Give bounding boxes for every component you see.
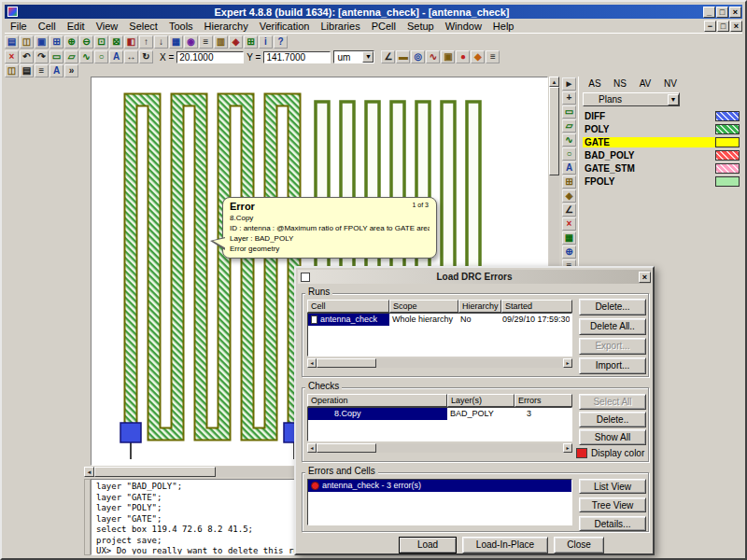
- box-tool-icon[interactable]: ▭: [562, 105, 576, 119]
- layer-swatch[interactable]: [715, 163, 740, 174]
- scroll-left-icon[interactable]: ◄: [84, 467, 94, 477]
- zoom-out-icon[interactable]: ⊖: [79, 35, 93, 49]
- column-header[interactable]: Cell: [307, 300, 389, 313]
- help-icon[interactable]: ?: [274, 35, 288, 49]
- details-button[interactable]: Details...: [579, 516, 646, 531]
- layer-column-header[interactable]: NS: [612, 78, 628, 89]
- runs-table[interactable]: antenna_check Whole hierarchy No 09/29/1…: [307, 313, 572, 357]
- export-button[interactable]: Export...: [579, 338, 646, 355]
- child-restore-button[interactable]: □: [717, 21, 729, 32]
- add-point-icon[interactable]: +: [562, 91, 576, 105]
- layer-row[interactable]: POLY: [579, 122, 745, 135]
- print-icon[interactable]: ▤: [20, 64, 34, 77]
- open-layout-icon[interactable]: ◫: [5, 64, 19, 77]
- zoom-all-icon[interactable]: ⊠: [109, 35, 123, 49]
- menu-item[interactable]: Select: [123, 20, 163, 33]
- cell-instance-icon[interactable]: ▣: [441, 50, 455, 63]
- menu-item[interactable]: Window: [440, 20, 487, 33]
- zoom-tool-icon[interactable]: ⊕: [562, 245, 576, 259]
- menu-item[interactable]: Cell: [33, 20, 62, 33]
- display-color-control[interactable]: Display color: [576, 448, 644, 458]
- zoom-in-icon[interactable]: ⊕: [64, 35, 78, 49]
- ruler-icon[interactable]: ▬: [396, 50, 410, 63]
- down-hierarchy-icon[interactable]: ↓: [154, 35, 168, 49]
- menu-item[interactable]: Tools: [163, 20, 199, 33]
- show-all-button[interactable]: Show All: [579, 429, 646, 445]
- delete-check-button[interactable]: Delete..: [579, 412, 646, 427]
- checks-scrollbar[interactable]: ◄ ►: [307, 443, 572, 453]
- layer-row[interactable]: BAD_POLY: [579, 148, 745, 161]
- circle-tool-icon[interactable]: ○: [562, 147, 576, 161]
- snap-icon[interactable]: ◉: [184, 35, 198, 49]
- menu-item[interactable]: View: [91, 20, 124, 33]
- column-header[interactable]: Errors: [514, 394, 572, 407]
- grid-icon[interactable]: ▦: [169, 35, 183, 49]
- measure-tool-icon[interactable]: ∠: [562, 203, 576, 217]
- layer-swatch[interactable]: [715, 176, 740, 187]
- chevron-down-icon[interactable]: ▼: [362, 51, 374, 63]
- column-header[interactable]: Started: [501, 300, 572, 313]
- lock-icon[interactable]: ◈: [229, 35, 243, 49]
- scroll-thumb[interactable]: [317, 358, 376, 368]
- save-as-icon[interactable]: ⊞: [49, 35, 63, 49]
- move-icon[interactable]: ↔: [124, 50, 138, 63]
- cut-tool-icon[interactable]: ×: [562, 217, 576, 231]
- select-arrow-icon[interactable]: ►: [562, 77, 576, 91]
- flatten-icon[interactable]: ▥: [214, 35, 228, 49]
- list-view-button[interactable]: List View: [579, 479, 646, 494]
- delete-run-button[interactable]: Delete...: [579, 299, 646, 315]
- layer-column-header[interactable]: NV: [662, 78, 679, 89]
- child-close-button[interactable]: ×: [730, 21, 742, 32]
- layers-icon[interactable]: ≡: [199, 35, 213, 49]
- via-tool-icon[interactable]: ◈: [562, 189, 576, 203]
- edit-text-icon[interactable]: A: [49, 64, 63, 77]
- scroll-left-icon[interactable]: ◄: [307, 358, 317, 368]
- menu-item[interactable]: Edit: [62, 20, 91, 33]
- column-header[interactable]: Operation: [307, 394, 447, 407]
- layer-row[interactable]: DIFF: [579, 109, 745, 122]
- table-row[interactable]: 8.Copy BAD_POLY 3: [308, 408, 571, 420]
- menu-item[interactable]: Libraries: [315, 20, 365, 33]
- scroll-right-icon[interactable]: ►: [563, 443, 572, 453]
- errors-list[interactable]: antenna_check - 3 error(s): [307, 479, 572, 525]
- draw-path-icon[interactable]: ∿: [79, 50, 93, 63]
- layer-swatch[interactable]: [715, 124, 740, 134]
- display-color-swatch[interactable]: [576, 448, 587, 458]
- prompt-icon[interactable]: »: [64, 64, 78, 77]
- column-header[interactable]: Hierarchy: [458, 300, 501, 313]
- path-tool-icon[interactable]: ∿: [562, 133, 576, 147]
- polygon-tool-icon[interactable]: ▱: [562, 119, 576, 133]
- delete-icon[interactable]: ×: [5, 50, 19, 63]
- views-icon[interactable]: ◧: [124, 35, 138, 49]
- pin-icon[interactable]: ●: [456, 50, 470, 63]
- close-dialog-button[interactable]: Close: [554, 537, 604, 553]
- load-button[interactable]: Load: [399, 537, 457, 553]
- delete-all-runs-button[interactable]: Delete All..: [579, 318, 646, 335]
- layer-swatch[interactable]: [715, 150, 740, 161]
- scroll-thumb[interactable]: [94, 467, 216, 477]
- draw-circle-icon[interactable]: ○: [94, 50, 108, 63]
- draw-polygon-icon[interactable]: ▱: [64, 50, 78, 63]
- scroll-right-icon[interactable]: ►: [563, 358, 572, 368]
- options-icon[interactable]: ≡: [486, 50, 500, 63]
- console-splitter[interactable]: [84, 479, 91, 555]
- scroll-up-icon[interactable]: ▲: [549, 77, 559, 87]
- scroll-thumb[interactable]: [317, 443, 376, 453]
- rotate-icon[interactable]: ↻: [139, 50, 153, 63]
- chevron-down-icon[interactable]: ▼: [668, 94, 679, 105]
- y-coordinate-input[interactable]: [263, 51, 331, 63]
- probe-icon[interactable]: ◎: [411, 50, 425, 63]
- units-dropdown[interactable]: um ▼: [333, 50, 374, 63]
- dialog-close-button[interactable]: ×: [639, 272, 651, 283]
- scroll-track[interactable]: [376, 358, 563, 368]
- layer-column-header[interactable]: AV: [637, 78, 654, 89]
- title-bar[interactable]: Expert 4.8.8 (build 1634): [antenna_chec…: [5, 5, 742, 19]
- minimize-button[interactable]: _: [703, 7, 715, 18]
- measure-icon[interactable]: ∠: [381, 50, 395, 63]
- marker-icon[interactable]: ◆: [471, 50, 485, 63]
- draw-box-icon[interactable]: ▭: [49, 50, 63, 63]
- net-icon[interactable]: ∿: [426, 50, 440, 63]
- fill-tool-icon[interactable]: ▦: [562, 231, 576, 245]
- checks-table[interactable]: 8.Copy BAD_POLY 3: [307, 407, 572, 441]
- table-row[interactable]: antenna_check Whole hierarchy No 09/29/1…: [308, 314, 571, 326]
